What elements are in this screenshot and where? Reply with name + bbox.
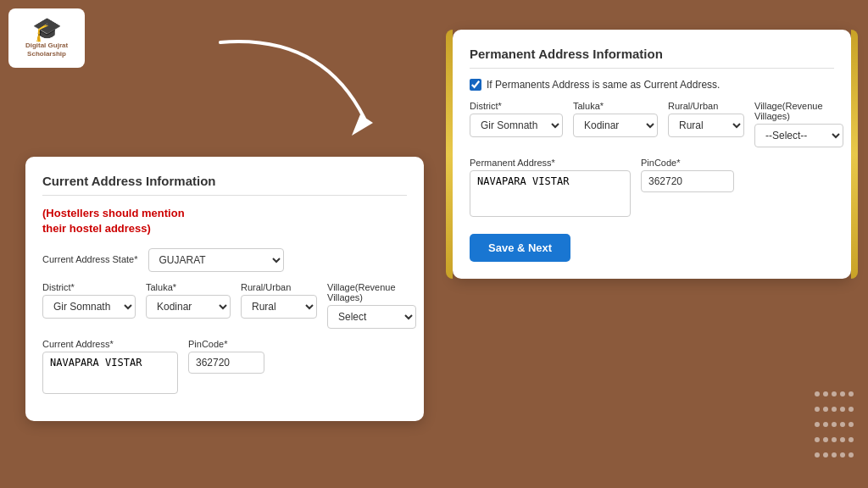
perm-village-label: Village(Revenue Villages) bbox=[754, 101, 843, 121]
ruralurban-select[interactable]: Rural bbox=[241, 295, 317, 319]
dots-decoration bbox=[813, 386, 855, 463]
address-label: Current Address* bbox=[42, 339, 178, 349]
perm-village-col: Village(Revenue Villages) --Select-- bbox=[754, 101, 843, 147]
district-col: District* Gir Somnath bbox=[42, 282, 136, 329]
taluka-col: Taluka* Kodinar bbox=[146, 282, 231, 329]
address-textarea[interactable]: NAVAPARA VISTAR bbox=[42, 352, 178, 394]
perm-taluka-col: Taluka* Kodinar bbox=[573, 101, 658, 147]
state-label: Current Address State* bbox=[42, 254, 138, 264]
perm-address-pincode-row: Permanent Address* NAVAPARA VISTAR PinCo… bbox=[470, 158, 834, 217]
perm-village-select[interactable]: --Select-- bbox=[754, 124, 843, 147]
perm-address-textarea[interactable]: NAVAPARA VISTAR bbox=[470, 170, 631, 217]
ruralurban-col: Rural/Urban Rural bbox=[241, 282, 317, 329]
perm-address-col: Permanent Address* NAVAPARA VISTAR bbox=[470, 158, 631, 217]
permanent-address-card: Permanent Address Information If Permane… bbox=[453, 30, 851, 279]
address-selects-row: District* Gir Somnath Taluka* Kodinar Ru… bbox=[42, 282, 407, 329]
district-label: District* bbox=[42, 282, 136, 292]
hostel-note: (Hostellers should mention their hostel … bbox=[42, 206, 407, 236]
perm-pincode-col: PinCode* bbox=[641, 158, 734, 217]
state-group: Current Address State* GUJARAT bbox=[42, 248, 407, 272]
perm-district-col: District* Gir Somnath bbox=[470, 101, 563, 147]
perm-ruralurban-col: Rural/Urban Rural bbox=[668, 101, 744, 147]
taluka-select[interactable]: Kodinar bbox=[146, 295, 231, 319]
pincode-label: PinCode* bbox=[188, 339, 264, 349]
same-address-checkbox[interactable] bbox=[470, 79, 481, 91]
state-label-group: Current Address State* bbox=[42, 254, 138, 267]
permanent-card-title: Permanent Address Information bbox=[470, 47, 834, 69]
village-select[interactable]: Select bbox=[327, 305, 416, 329]
svg-marker-0 bbox=[352, 114, 373, 136]
perm-district-select[interactable]: Gir Somnath bbox=[470, 114, 563, 137]
current-address-card: Current Address Information (Hostellers … bbox=[25, 157, 424, 421]
perm-ruralurban-select[interactable]: Rural bbox=[668, 114, 744, 137]
perm-taluka-label: Taluka* bbox=[573, 101, 658, 111]
arrow-decoration bbox=[170, 25, 407, 161]
logo-icon: 🎓 bbox=[32, 18, 62, 42]
perm-pincode-label: PinCode* bbox=[641, 158, 734, 168]
district-select[interactable]: Gir Somnath bbox=[42, 295, 136, 319]
ruralurban-label: Rural/Urban bbox=[241, 282, 317, 292]
perm-pincode-input[interactable] bbox=[641, 170, 734, 192]
village-label: Village(Revenue Villages) bbox=[327, 282, 416, 302]
pincode-input[interactable] bbox=[188, 352, 264, 374]
perm-ruralurban-label: Rural/Urban bbox=[668, 101, 744, 111]
same-address-label: If Permanents Address is same as Current… bbox=[487, 79, 720, 91]
perm-district-label: District* bbox=[470, 101, 563, 111]
taluka-label: Taluka* bbox=[146, 282, 231, 292]
current-card-title: Current Address Information bbox=[42, 174, 407, 196]
logo: 🎓 Digital Gujrat Scholarship bbox=[8, 8, 85, 68]
pincode-col: PinCode* bbox=[188, 339, 264, 394]
perm-address-label: Permanent Address* bbox=[470, 158, 631, 168]
state-select[interactable]: GUJARAT bbox=[148, 248, 284, 272]
address-col: Current Address* NAVAPARA VISTAR bbox=[42, 339, 178, 394]
perm-taluka-select[interactable]: Kodinar bbox=[573, 114, 658, 137]
perm-selects-row: District* Gir Somnath Taluka* Kodinar Ru… bbox=[470, 101, 834, 147]
save-next-button[interactable]: Save & Next bbox=[470, 234, 570, 262]
same-address-checkbox-row[interactable]: If Permanents Address is same as Current… bbox=[470, 79, 834, 91]
village-col: Village(Revenue Villages) Select bbox=[327, 282, 416, 329]
address-pincode-row: Current Address* NAVAPARA VISTAR PinCode… bbox=[42, 339, 407, 394]
logo-text: Digital Gujrat Scholarship bbox=[25, 42, 68, 58]
